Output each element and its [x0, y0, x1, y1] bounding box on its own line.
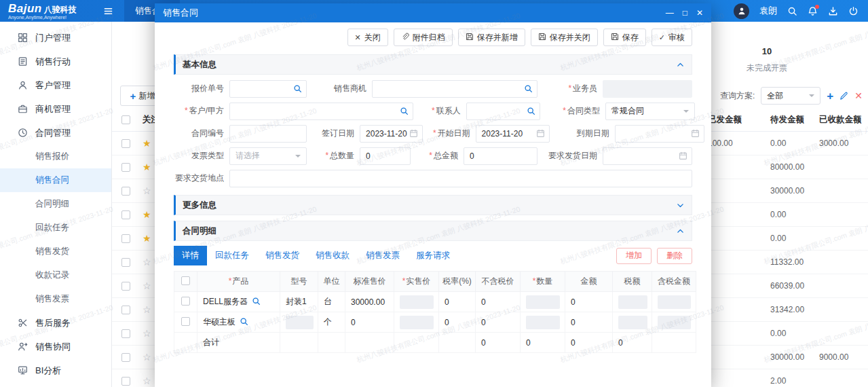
chevron-up-icon[interactable]	[676, 227, 685, 236]
row-checkbox[interactable]	[121, 306, 130, 314]
search-icon[interactable]	[787, 6, 797, 16]
total-amount-field[interactable]	[464, 147, 537, 165]
delete-scheme-icon[interactable]: ✕	[854, 91, 863, 100]
cell-input[interactable]	[658, 316, 691, 329]
salesman-input[interactable]	[609, 84, 677, 94]
row-checkbox[interactable]	[121, 234, 130, 243]
add-scheme-icon[interactable]: +	[827, 90, 833, 102]
contact-input[interactable]	[472, 107, 525, 116]
cell-input[interactable]	[400, 295, 434, 309]
section-more-info[interactable]: 更多信息	[174, 195, 692, 215]
cell-input[interactable]	[618, 316, 647, 329]
customer-field[interactable]	[229, 103, 413, 120]
sidebar-subitem[interactable]: 合同明细	[0, 192, 111, 216]
save-close-button[interactable]: 保存并关闭	[531, 29, 598, 46]
star-icon[interactable]: ☆	[143, 352, 151, 362]
minimize-icon[interactable]: —	[666, 9, 674, 17]
end-date-field[interactable]	[615, 125, 704, 143]
contract-no-field[interactable]	[229, 125, 307, 143]
sidebar-item-contract[interactable]: 合同管理	[0, 121, 111, 145]
download-icon[interactable]	[828, 6, 838, 16]
star-icon[interactable]: ☆	[143, 329, 151, 338]
detail-tab-0[interactable]: 详情	[174, 246, 207, 265]
row-checkbox[interactable]	[181, 297, 190, 306]
cell-input[interactable]	[400, 316, 434, 329]
maximize-icon[interactable]: □	[683, 9, 687, 17]
power-icon[interactable]	[848, 6, 858, 16]
contact-field[interactable]	[466, 103, 540, 120]
notifications-bell-icon[interactable]	[808, 6, 818, 16]
quote-no-input[interactable]	[235, 84, 291, 94]
star-icon[interactable]: ☆	[143, 186, 151, 196]
edit-scheme-icon[interactable]	[839, 92, 848, 100]
row-checkbox[interactable]	[181, 317, 190, 326]
search-icon[interactable]	[240, 317, 248, 328]
chevron-up-icon[interactable]	[676, 60, 685, 69]
customer-input[interactable]	[235, 107, 398, 116]
delivery-date-field[interactable]	[603, 147, 692, 165]
archive-button[interactable]: 附件归档	[394, 29, 453, 46]
section-contract-detail[interactable]: 合同明细	[174, 221, 692, 241]
detail-tab-4[interactable]: 销售发票	[358, 246, 408, 265]
select-all-checkbox[interactable]	[121, 115, 130, 124]
sidebar-subitem[interactable]: 收款记录	[0, 263, 111, 287]
detail-tab-1[interactable]: 回款任务	[207, 246, 257, 265]
audit-button[interactable]: ✓审核	[652, 29, 692, 46]
delivery-place-input[interactable]	[235, 174, 677, 183]
star-icon[interactable]: ★	[143, 210, 151, 219]
row-checkbox[interactable]	[121, 329, 130, 338]
start-date-field[interactable]: 2023-11-20	[476, 125, 550, 143]
row-checkbox[interactable]	[121, 353, 130, 362]
cell-input[interactable]	[526, 295, 560, 309]
section-basic-info[interactable]: 基本信息	[174, 54, 692, 75]
sidebar-subitem[interactable]: 回款任务	[0, 216, 111, 240]
row-checkbox[interactable]	[121, 377, 130, 386]
cell-input[interactable]	[618, 295, 647, 309]
star-icon[interactable]: ★	[143, 139, 151, 148]
cell-input[interactable]	[286, 316, 314, 329]
delivery-place-field[interactable]	[229, 170, 692, 187]
row-checkbox[interactable]	[121, 258, 130, 267]
search-icon[interactable]	[252, 297, 261, 308]
select-all-products-checkbox[interactable]	[181, 276, 190, 285]
calendar-icon[interactable]	[536, 129, 545, 138]
row-checkbox[interactable]	[121, 210, 130, 219]
star-icon[interactable]: ☆	[143, 376, 151, 386]
sidebar-item-collab[interactable]: 销售协同	[0, 335, 111, 358]
star-icon[interactable]: ☆	[143, 257, 151, 267]
sidebar-item-customer[interactable]: 客户管理	[0, 73, 111, 97]
detail-tab-2[interactable]: 销售发货	[257, 246, 307, 265]
calendar-icon[interactable]	[691, 129, 700, 138]
menu-toggle-icon[interactable]	[103, 6, 113, 16]
sign-date-field[interactable]: 2023-11-20	[360, 125, 423, 143]
contract-type-field[interactable]: 常规合同	[605, 103, 695, 120]
calendar-icon[interactable]	[679, 151, 687, 160]
sidebar-subitem[interactable]: 销售发票	[0, 287, 111, 311]
row-checkbox[interactable]	[121, 139, 130, 148]
search-icon[interactable]	[524, 84, 533, 93]
opportunity-input[interactable]	[378, 84, 522, 94]
star-icon[interactable]: ★	[143, 162, 151, 172]
search-icon[interactable]	[400, 107, 409, 115]
sidebar-item-opportunity[interactable]: 商机管理	[0, 97, 111, 121]
sidebar-subitem[interactable]: 销售合同	[0, 168, 111, 192]
row-checkbox[interactable]	[121, 187, 130, 196]
query-scheme-select[interactable]: 全部	[761, 87, 820, 105]
delete-row-button[interactable]: 删除	[657, 248, 692, 264]
close-button[interactable]: ✕关闭	[347, 29, 388, 46]
row-checkbox[interactable]	[121, 163, 130, 172]
star-icon[interactable]: ☆	[143, 305, 151, 314]
sidebar-item-aftersale[interactable]: 售后服务	[0, 311, 111, 335]
sidebar-item-bi[interactable]: BI分析	[0, 358, 111, 382]
user-name[interactable]: 袁朗	[759, 5, 777, 17]
total-qty-field[interactable]	[360, 147, 411, 165]
contract-no-input[interactable]	[235, 129, 291, 139]
sidebar-item-action[interactable]: 销售行动	[0, 50, 111, 73]
search-icon[interactable]	[293, 84, 302, 93]
salesman-field[interactable]	[603, 80, 692, 98]
total-qty-input[interactable]	[366, 151, 395, 161]
quote-no-field[interactable]	[229, 80, 307, 98]
star-icon[interactable]: ★	[143, 234, 151, 243]
search-icon[interactable]	[527, 107, 535, 115]
detail-tab-3[interactable]: 销售收款	[307, 246, 358, 265]
